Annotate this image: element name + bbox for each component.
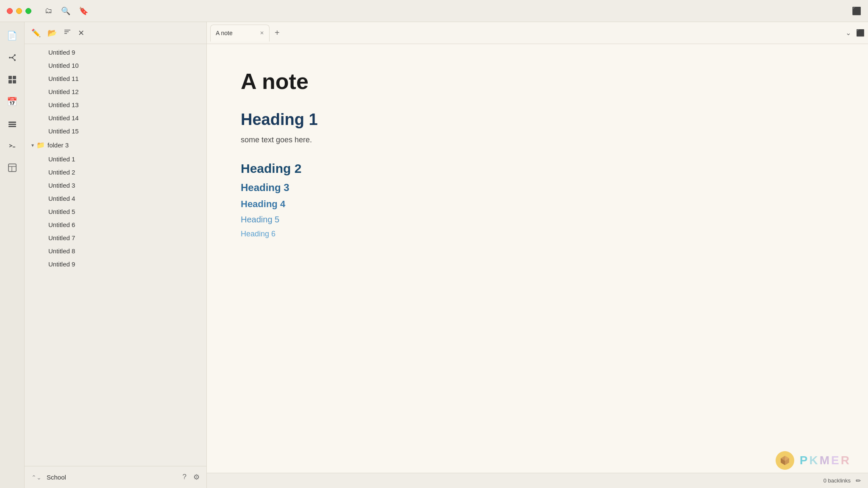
heading-4: Heading 4 [241,199,554,210]
tab-dropdown-icon[interactable]: ⌄ [846,29,851,37]
close-button[interactable] [7,8,13,14]
tab-a-note[interactable]: A note ✕ [210,25,270,42]
help-icon[interactable]: ? [183,473,186,482]
list-item[interactable]: Untitled 1 [25,152,206,166]
folder-icon: 📁 [36,141,45,149]
svg-rect-8 [13,76,16,79]
list-item[interactable]: Untitled 10 [25,59,206,72]
list-item[interactable]: Untitled 2 [25,166,206,179]
heading-3: Heading 3 [241,182,554,194]
bookmark-icon[interactable]: 🔖 [79,6,88,16]
pkmer-text: PKMER [800,454,851,467]
edit-status-icon[interactable]: ✏ [856,477,861,485]
svg-rect-10 [13,80,16,83]
vault-nav-icon[interactable]: ⌃⌄ [31,474,42,481]
list-item[interactable]: Untitled 9 [25,258,206,271]
main-layout: 📄 📅 [0,22,868,488]
calendar-rail-icon[interactable]: 📅 [6,95,19,108]
list-item[interactable]: Untitled 7 [25,231,206,244]
sidebar-toolbar: ✏️ 📂 ✕ [25,22,206,44]
svg-rect-12 [8,124,16,125]
graph-rail-icon[interactable] [6,51,19,64]
list-item[interactable]: Untitled 5 [25,205,206,218]
body-text: some text goes here. [241,136,554,144]
sidebar-layout-icon[interactable]: ⬛ [856,29,865,37]
icon-rail: 📄 📅 [0,22,25,488]
list-item[interactable]: Untitled 15 [25,125,206,138]
sidebar-content[interactable]: Untitled 9 Untitled 10 Untitled 11 Untit… [25,44,206,466]
pkmer-logo-icon [774,450,796,471]
titlebar-icons: 🗂 🔍 🔖 [45,6,88,16]
tab-close-icon[interactable]: ✕ [260,30,264,36]
status-bar: 0 backlinks ✏ [207,473,868,488]
svg-rect-13 [8,126,16,127]
list-item[interactable]: Untitled 9 [25,46,206,59]
traffic-lights [7,8,31,14]
edit-note-icon[interactable]: ✏️ [31,28,41,38]
new-note-rail-icon[interactable]: 📄 [6,29,19,42]
grid-rail-icon[interactable] [6,73,19,86]
file-browser-icon[interactable]: 🗂 [45,6,53,15]
tab-bar: A note ✕ + ⌄ ⬛ [207,22,868,44]
heading-5: Heading 5 [241,215,554,225]
terminal-rail-icon[interactable] [6,139,19,152]
heading-2: Heading 2 [241,161,554,176]
tab-bar-right: ⌄ ⬛ [846,29,865,37]
minimize-button[interactable] [16,8,22,14]
sidebar-bottom: ⌃⌄ School ? ⚙ [25,466,206,488]
sidebar: ✏️ 📂 ✕ Untitled 9 Untitled 10 Untitled 1… [25,22,207,488]
tab-title: A note [216,30,256,36]
search-icon[interactable]: 🔍 [61,6,70,16]
note-title: A note [241,69,554,94]
maximize-button[interactable] [25,8,31,14]
list-item[interactable]: Untitled 8 [25,244,206,258]
svg-rect-9 [8,80,12,83]
new-folder-icon[interactable]: 📂 [47,28,57,38]
sidebar-bottom-icons: ? ⚙ [183,473,200,482]
svg-rect-15 [8,164,16,172]
pkmer-watermark: PKMER [774,450,851,471]
folder-item[interactable]: ▾ 📁 folder 3 [25,138,206,152]
list-item[interactable]: Untitled 14 [25,111,206,125]
svg-line-5 [12,55,15,58]
table-rail-icon[interactable] [6,161,19,175]
titlebar-right: ⬛ [852,6,861,16]
list-item[interactable]: Untitled 3 [25,179,206,192]
chevron-down-icon: ▾ [31,142,34,148]
svg-rect-7 [8,76,12,79]
sort-icon[interactable] [64,28,71,38]
list-item[interactable]: Untitled 12 [25,85,206,98]
svg-rect-11 [8,122,16,123]
backlinks-button[interactable]: 0 backlinks [823,477,851,484]
new-tab-button[interactable]: + [271,26,283,39]
settings-icon[interactable]: ⚙ [193,473,200,482]
list-item[interactable]: Untitled 13 [25,98,206,111]
editor-area: A note Heading 1 some text goes here. He… [207,44,868,488]
folder-name: folder 3 [47,141,69,149]
layers-rail-icon[interactable] [6,117,19,130]
list-item[interactable]: Untitled 11 [25,72,206,85]
list-item[interactable]: Untitled 4 [25,192,206,205]
list-item[interactable]: Untitled 6 [25,218,206,231]
heading-1: Heading 1 [241,111,554,129]
svg-line-6 [12,58,15,60]
close-sidebar-icon[interactable]: ✕ [78,28,84,38]
sidebar-toggle-icon[interactable]: ⬛ [852,6,861,16]
right-area: A note ✕ + ⌄ ⬛ A note Heading 1 some tex… [207,22,868,488]
heading-6: Heading 6 [241,230,554,238]
editor-content[interactable]: A note Heading 1 some text goes here. He… [207,44,588,473]
vault-name: School [47,474,178,481]
titlebar: 🗂 🔍 🔖 ⬛ [0,0,868,22]
